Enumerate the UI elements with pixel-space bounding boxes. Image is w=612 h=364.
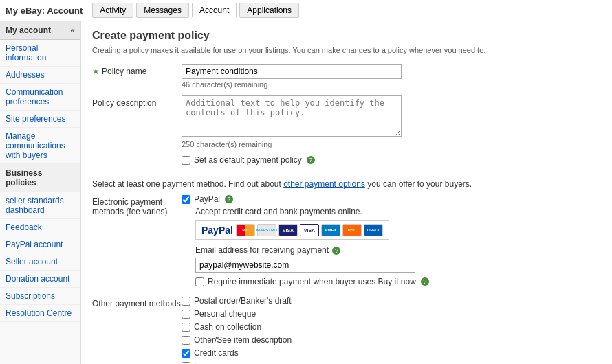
sidebar-item-paypal[interactable]: PayPal account	[0, 236, 80, 253]
immediate-payment-checkbox[interactable]	[195, 277, 204, 286]
sidebar-item-communication[interactable]: Communication preferences	[0, 84, 80, 111]
paypal-logo-area: PayPal MC MAESTRO VISA VISA AMEX DISC DI…	[195, 220, 389, 240]
policy-name-input[interactable]	[182, 64, 402, 79]
sidebar-collapse-icon[interactable]: «	[70, 25, 75, 35]
paypal-logo: PayPal	[201, 225, 233, 236]
option-personal-cheque[interactable]: Personal cheque	[182, 309, 292, 319]
electronic-field: PayPal ? Accept credit card and bank pay…	[182, 194, 601, 286]
policy-desc-label: Policy description	[92, 95, 182, 108]
sidebar-item-subscriptions[interactable]: Subscriptions	[0, 288, 80, 305]
email-info-icon[interactable]: ?	[332, 247, 340, 255]
credit-cards-checkbox[interactable]	[182, 349, 190, 358]
policy-name-row: ★Policy name 46 character(s) remaining	[92, 64, 601, 89]
card-icons: MC MAESTRO VISA VISA AMEX DISC DIRECT	[236, 224, 383, 236]
option-postal-order[interactable]: Postal order/Banker's draft	[182, 296, 292, 306]
sidebar-item-donation[interactable]: Donation account	[0, 271, 80, 288]
policy-desc-input[interactable]	[182, 95, 402, 137]
immediate-payment-label[interactable]: Require immediate payment when buyer use…	[195, 277, 601, 286]
option-other[interactable]: Other/See item description	[182, 335, 292, 345]
immediate-payment-info-icon[interactable]: ?	[421, 277, 429, 286]
option-cash[interactable]: Cash on collection	[182, 322, 292, 332]
paypal-info-icon[interactable]: ?	[225, 195, 233, 203]
policy-desc-chars: 250 character(s) remaining	[182, 140, 601, 148]
sidebar-group-business-policies: Business policies	[0, 164, 80, 192]
main-content: Create payment policy Creating a policy …	[81, 21, 612, 364]
option-credit-cards[interactable]: Credit cards	[182, 348, 292, 358]
tab-account[interactable]: Account	[192, 3, 237, 18]
sidebar-item-seller-standards[interactable]: seller standards dashboard	[0, 192, 80, 219]
maestro-icon: MAESTRO	[257, 224, 276, 236]
policy-desc-field: 250 character(s) remaining	[182, 95, 601, 148]
policy-name-chars: 46 character(s) remaining	[182, 80, 601, 89]
default-policy-spacer	[92, 155, 182, 158]
sidebar-item-seller-account[interactable]: Seller account	[0, 253, 80, 271]
sidebar-item-resolution[interactable]: Resolution Centre	[0, 305, 80, 322]
layout: My account « Personal information Addres…	[0, 21, 612, 364]
sidebar-title: My account	[6, 25, 51, 35]
electronic-label: Electronic payment methods (fee varies)	[92, 194, 182, 216]
app-title: My eBay: Account	[6, 5, 83, 16]
policy-name-label: ★Policy name	[92, 64, 182, 76]
sidebar-header: My account «	[0, 21, 80, 40]
other-payment-options: Postal order/Banker's draft Personal che…	[182, 296, 292, 364]
other-payment-options-link[interactable]: other payment options	[283, 179, 365, 189]
default-policy-field: Set as default payment policy ?	[182, 155, 601, 165]
default-policy-checkbox[interactable]	[182, 156, 190, 165]
personal-cheque-checkbox[interactable]	[182, 310, 190, 319]
cash-checkbox[interactable]	[182, 323, 190, 332]
amex-icon: AMEX	[321, 224, 340, 236]
paypal-accept-text: Accept credit card and bank payments onl…	[195, 207, 601, 216]
page-subtitle: Creating a policy makes it available for…	[92, 46, 601, 54]
email-label: Email address for receiving payment ?	[195, 245, 601, 255]
top-bar: My eBay: Account Activity Messages Accou…	[0, 0, 612, 21]
page-title: Create payment policy	[92, 30, 601, 42]
default-policy-row: Set as default payment policy ?	[92, 155, 601, 165]
discover-icon: DISC	[342, 224, 362, 236]
sidebar-item-feedback[interactable]: Feedback	[0, 219, 80, 236]
policy-name-field: 46 character(s) remaining	[182, 64, 601, 89]
section-divider-1	[92, 172, 601, 172]
visa-icon-blue: VISA	[278, 224, 298, 236]
electronic-payment-row: Electronic payment methods (fee varies) …	[92, 194, 601, 286]
visa-icon-white: VISA	[300, 224, 319, 236]
sidebar-item-manage-comms[interactable]: Manage communications with buyers	[0, 128, 80, 164]
sidebar: My account « Personal information Addres…	[0, 21, 81, 364]
escrow-checkbox[interactable]	[182, 362, 190, 365]
other-payment-label: Other payment methods	[92, 296, 182, 308]
paypal-checkbox[interactable]	[182, 195, 190, 204]
sidebar-item-site-prefs[interactable]: Site preferences	[0, 111, 80, 128]
default-policy-label[interactable]: Set as default payment policy ?	[182, 155, 601, 165]
tab-activity[interactable]: Activity	[92, 3, 133, 18]
direct-icon: DIRECT	[364, 224, 383, 236]
mastercard-icon: MC	[236, 224, 255, 236]
required-star: ★	[92, 67, 100, 76]
paypal-section: Accept credit card and bank payments onl…	[195, 207, 601, 286]
postal-order-checkbox[interactable]	[182, 297, 190, 306]
option-escrow[interactable]: Escrow	[182, 361, 292, 364]
tab-applications[interactable]: Applications	[239, 3, 299, 18]
tab-messages[interactable]: Messages	[136, 3, 189, 18]
other-payment-row: Other payment methods Postal order/Banke…	[92, 296, 601, 364]
sidebar-item-personal-info[interactable]: Personal information	[0, 40, 80, 67]
email-input[interactable]	[195, 258, 415, 273]
payment-intro: Select at least one payment method. Find…	[92, 179, 601, 189]
policy-desc-row: Policy description 250 character(s) rema…	[92, 95, 601, 148]
other-checkbox[interactable]	[182, 336, 190, 345]
default-policy-info-icon[interactable]: ?	[307, 156, 315, 164]
sidebar-item-addresses[interactable]: Addresses	[0, 67, 80, 84]
paypal-checkbox-label[interactable]: PayPal ?	[182, 194, 601, 204]
